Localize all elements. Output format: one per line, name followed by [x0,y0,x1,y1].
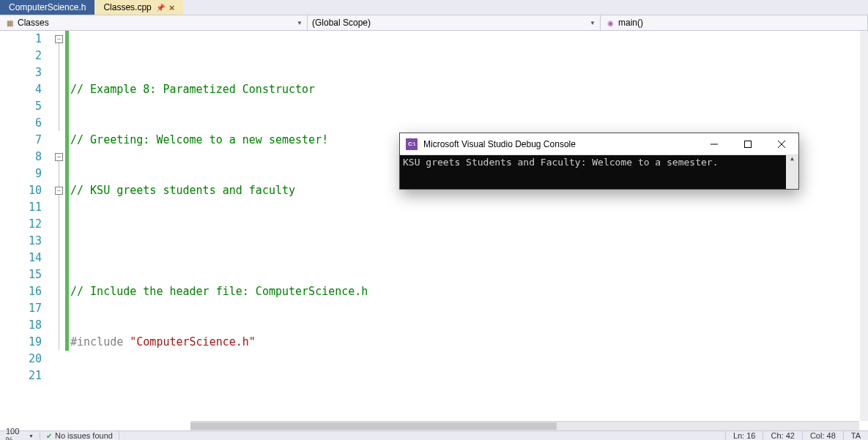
line-number-gutter: 1 2 3 4 5 6 7 8 9 10 11 12 13 14 15 16 1… [0,31,55,430]
console-titlebar[interactable]: C:\ Microsoft Visual Studio Debug Consol… [400,133,798,155]
zoom-level[interactable]: 100 %▼ [0,431,40,440]
tab-computerscience-h[interactable]: ComputerScience.h [0,0,94,15]
minimize-button[interactable] [697,133,731,155]
close-icon [778,141,785,148]
outline-column: − − − [55,31,65,430]
pin-icon[interactable]: 📌 [156,4,165,12]
nav-classes-dropdown[interactable]: ▦ Classes ▼ [0,15,308,30]
code-editor[interactable]: 1 2 3 4 5 6 7 8 9 10 11 12 13 14 15 16 1… [0,31,868,430]
fold-toggle[interactable]: − [55,153,63,161]
svg-rect-1 [745,141,752,147]
nav-scope-label: (Global Scope) [312,18,371,28]
status-col: Col: 48 [802,431,843,440]
function-icon: ◉ [605,18,615,28]
tab-label: ComputerScience.h [9,2,86,12]
nav-scope-dropdown[interactable]: (Global Scope) ▼ [308,15,601,30]
scroll-up-icon[interactable]: ▲ [786,155,798,163]
maximize-icon [744,141,752,148]
debug-console-window[interactable]: C:\ Microsoft Visual Studio Debug Consol… [399,133,799,190]
issues-indicator[interactable]: ✔ No issues found [40,431,119,440]
class-icon: ▦ [4,18,15,28]
chevron-down-icon: ▼ [590,20,596,26]
status-bar: 100 %▼ ✔ No issues found Ln: 16 Ch: 42 C… [0,430,868,440]
navigation-bar: ▦ Classes ▼ (Global Scope) ▼ ◉ main() ▼ [0,15,868,31]
maximize-button[interactable] [731,133,765,155]
status-tabs: TA [843,431,868,440]
scrollbar-thumb[interactable] [190,422,557,430]
fold-toggle[interactable]: − [55,35,63,43]
code-content[interactable]: // Example 8: Parametized Constructor //… [69,31,868,430]
horizontal-scrollbar[interactable] [190,421,859,430]
vertical-scrollbar[interactable] [860,31,868,421]
console-app-icon: C:\ [406,138,418,150]
close-icon[interactable]: × [169,2,175,13]
nav-function-dropdown[interactable]: ◉ main() ▼ [601,15,868,30]
tab-bar: ComputerScience.h Classes.cpp 📌 × [0,0,868,15]
status-char: Ch: 42 [763,431,801,440]
nav-classes-label: Classes [18,18,49,28]
chevron-down-icon: ▼ [297,20,303,26]
console-scrollbar[interactable]: ▲ [786,155,798,189]
close-button[interactable] [765,133,798,155]
status-line: Ln: 16 [725,431,763,440]
console-title: Microsoft Visual Studio Debug Console [423,139,576,149]
minimize-icon [711,141,718,148]
fold-toggle[interactable]: − [55,187,63,195]
nav-function-label: main() [618,18,643,28]
console-output-area[interactable]: KSU greets Students and Faculty: Welcome… [400,155,798,189]
tab-label: Classes.cpp [103,2,151,12]
check-icon: ✔ [46,432,52,440]
tab-classes-cpp[interactable]: Classes.cpp 📌 × [94,0,183,15]
console-output-line: KSU greets Students and Faculty: Welcome… [403,157,795,168]
